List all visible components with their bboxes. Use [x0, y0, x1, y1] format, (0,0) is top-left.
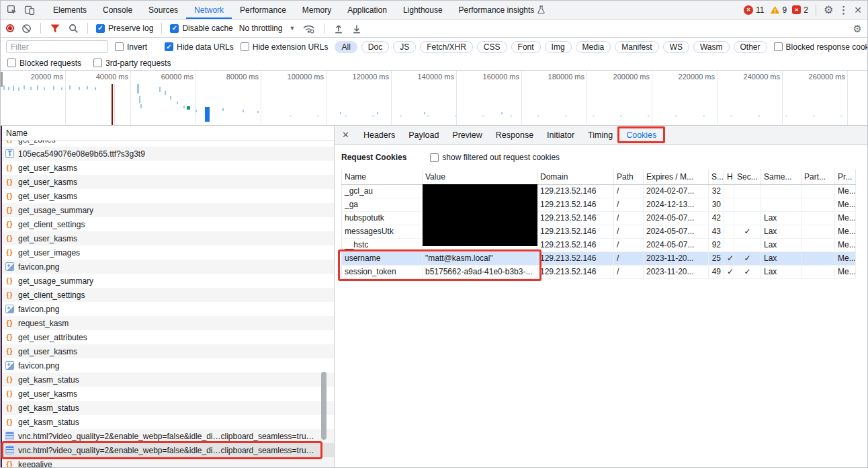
checkbox[interactable] [170, 24, 179, 33]
checkbox[interactable] [7, 58, 16, 67]
cookie-row[interactable]: hubspotutk 129.213.52.146 / 2024-05-07..… [342, 211, 856, 225]
cookie-column-header[interactable]: Name [342, 169, 423, 184]
checkbox[interactable] [93, 58, 102, 67]
filter-pill[interactable]: Fetch/XHR [420, 41, 473, 53]
checkbox[interactable] [96, 24, 105, 33]
blocked-response-cookies-checkbox[interactable]: Blocked response cookies [774, 42, 868, 52]
hide-data-urls-checkbox[interactable]: Hide data URLs [165, 42, 234, 52]
cookie-row[interactable]: __hstc 129.213.52.146 / 2024-05-07... 92… [342, 238, 856, 251]
invert-checkbox[interactable]: Invert [115, 42, 147, 52]
request-row[interactable]: get_usage_summary [1, 274, 334, 288]
request-row[interactable]: keepalive [1, 457, 334, 468]
issues-badge[interactable]: ✕ 2 [792, 5, 808, 15]
request-row[interactable]: get_kasm_status [1, 401, 334, 415]
cookie-column-header[interactable]: Expires / M... [644, 169, 709, 184]
checkbox[interactable] [115, 42, 124, 51]
request-row[interactable]: get_kasm_status [1, 415, 334, 429]
request-row[interactable]: get_client_settings [1, 217, 334, 231]
main-tab[interactable]: Network [186, 1, 232, 19]
request-row[interactable]: 105eca549076e08e9b65.ttf?s3g3t9 [1, 147, 334, 161]
export-har-icon[interactable] [351, 20, 363, 37]
filter-pill[interactable]: All [335, 41, 357, 53]
filter-pill[interactable]: Media [576, 41, 611, 53]
detail-tab[interactable]: Payload [402, 126, 445, 144]
detail-tab[interactable]: Cookies [619, 126, 663, 144]
cookie-column-header[interactable]: Sec... [734, 169, 761, 184]
throttling-dropdown[interactable]: No throttling ▼ [239, 24, 296, 33]
warnings-badge[interactable]: 9 [770, 5, 787, 15]
record-button[interactable] [6, 24, 14, 32]
name-column-header[interactable]: Name [1, 126, 334, 141]
request-row[interactable]: get_kasm_status [1, 373, 334, 387]
filter-pill[interactable]: Font [511, 41, 541, 53]
search-icon[interactable] [67, 20, 79, 37]
cookie-row[interactable]: messagesUtk 129.213.52.146 / 2024-05-07.… [342, 225, 856, 238]
cookie-column-header[interactable]: Value [423, 169, 537, 184]
main-tab[interactable]: Memory [294, 1, 339, 19]
request-row[interactable]: get_user_kasms [1, 231, 334, 245]
request-row[interactable]: get_zones [1, 141, 334, 147]
cookie-row[interactable]: _gcl_au 129.213.52.146 / 2024-02-07... 3… [342, 184, 856, 198]
request-row[interactable]: get_user_kasms [1, 161, 334, 175]
third-party-requests-checkbox[interactable]: 3rd-party requests [93, 58, 171, 68]
clear-icon[interactable] [20, 20, 32, 37]
close-detail-icon[interactable]: ✕ [335, 130, 357, 140]
cookie-column-header[interactable]: Part... [801, 169, 835, 184]
close-devtools-icon[interactable]: ✕ [854, 5, 862, 15]
main-tab[interactable]: Application [339, 1, 395, 19]
request-list-scrollbar[interactable] [321, 372, 327, 440]
main-tab[interactable]: Lighthouse [395, 1, 451, 19]
disable-cache-checkbox[interactable]: Disable cache [170, 24, 232, 33]
request-row[interactable]: favicon.png [1, 358, 334, 373]
filter-pill[interactable]: JS [393, 41, 416, 53]
hide-extension-urls-checkbox[interactable]: Hide extension URLs [241, 42, 329, 52]
detail-tab[interactable]: Response [489, 126, 540, 144]
main-tab[interactable]: Console [95, 1, 140, 19]
filter-pill[interactable]: Other [734, 41, 767, 53]
cookie-row[interactable]: session_token b5175662-a9ad-41e0-b3b3-..… [342, 265, 856, 278]
checkbox[interactable] [241, 42, 249, 51]
detail-tab[interactable]: Initiator [540, 126, 581, 144]
cookie-column-header[interactable]: Path [614, 169, 644, 184]
request-row[interactable]: get_user_kasms [1, 175, 334, 189]
import-har-icon[interactable] [333, 20, 345, 37]
detail-tab[interactable]: Timing [581, 126, 619, 144]
show-filtered-cookies-checkbox[interactable]: show filtered out request cookies [430, 153, 560, 162]
request-row[interactable]: get_client_settings [1, 288, 334, 302]
cookie-row[interactable]: username "matt@kasm.local" 129.213.52.14… [342, 251, 856, 265]
filter-pill[interactable]: CSS [477, 41, 507, 53]
filter-pill[interactable]: Manifest [615, 41, 658, 53]
request-row[interactable]: get_user_kasms [1, 344, 334, 358]
main-tab[interactable]: Elements [45, 1, 95, 19]
detail-tab[interactable]: Preview [445, 126, 488, 144]
request-row[interactable]: get_user_kasms [1, 189, 334, 203]
preserve-log-checkbox[interactable]: Preserve log [96, 24, 153, 33]
network-conditions-icon[interactable] [301, 20, 316, 37]
filter-pill[interactable]: Wasm [693, 41, 730, 53]
errors-badge[interactable]: ✕ 11 [744, 5, 764, 15]
request-row[interactable]: get_usage_summary [1, 203, 334, 217]
request-row[interactable]: get_user_attributes [1, 330, 334, 344]
device-toolbar-icon[interactable] [21, 1, 38, 19]
main-tab[interactable]: Performance insights [451, 1, 554, 19]
settings-gear-icon[interactable]: ⚙ [824, 5, 833, 15]
inspect-element-icon[interactable] [3, 1, 21, 19]
request-row[interactable]: request_kasm [1, 316, 334, 330]
filter-pill[interactable]: WS [663, 41, 689, 53]
timeline-overview[interactable]: 20000 ms40000 ms60000 ms80000 ms100000 m… [1, 71, 867, 126]
request-row[interactable]: vnc.html?video_quality=2&enable_webp=fal… [1, 443, 334, 457]
request-row[interactable]: get_user_images [1, 245, 334, 260]
request-row[interactable]: get_user_kasms [1, 387, 334, 401]
cookie-column-header[interactable]: S... [709, 169, 724, 184]
cookie-column-header[interactable]: H [724, 169, 734, 184]
blocked-requests-checkbox[interactable]: Blocked requests [7, 58, 81, 68]
checkbox[interactable] [430, 153, 439, 162]
checkbox[interactable] [165, 42, 173, 51]
request-row[interactable]: favicon.png [1, 302, 334, 316]
cookie-row[interactable]: _ga 129.213.52.146 / 2024-12-13... 30 Me… [342, 198, 856, 211]
cookie-column-header[interactable]: Domain [537, 169, 614, 184]
cookie-column-header[interactable]: Same... [761, 169, 801, 184]
cookie-column-header[interactable]: Pr... [835, 169, 856, 184]
main-tab[interactable]: Performance [232, 1, 294, 19]
filter-pill[interactable]: Doc [361, 41, 389, 53]
